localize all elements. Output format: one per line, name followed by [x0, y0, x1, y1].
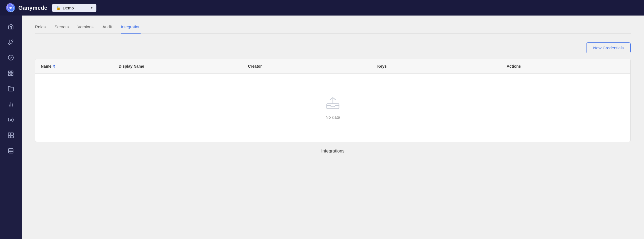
col-creator: Creator	[243, 59, 372, 73]
main-content: Roles Secrets Versions Audit Integration…	[22, 16, 644, 239]
logo-text: Ganymede	[18, 5, 48, 11]
sidebar-item-tool[interactable]	[4, 113, 18, 126]
tabs-bar: Roles Secrets Versions Audit Integration	[35, 24, 631, 34]
sort-icon[interactable]	[53, 65, 55, 68]
tab-roles[interactable]: Roles	[35, 24, 46, 34]
svg-rect-15	[8, 133, 11, 135]
tab-audit[interactable]: Audit	[103, 24, 112, 34]
svg-rect-9	[11, 74, 13, 75]
tab-integration[interactable]: Integration	[121, 24, 141, 34]
sidebar	[0, 16, 22, 239]
main-layout: Roles Secrets Versions Audit Integration…	[0, 16, 644, 239]
svg-point-14	[10, 119, 12, 121]
svg-rect-17	[8, 136, 11, 138]
env-selector[interactable]: 🔒 Demo ▾	[52, 4, 96, 12]
new-credentials-button[interactable]: New Credentials	[586, 42, 631, 53]
svg-rect-23	[327, 104, 339, 109]
no-data-icon	[326, 96, 340, 110]
tab-versions[interactable]: Versions	[78, 24, 94, 34]
sidebar-item-home[interactable]	[4, 20, 18, 33]
integration-table: Name Display Name Creator Keys Actions	[35, 59, 631, 142]
sidebar-item-check[interactable]	[4, 51, 18, 64]
sidebar-item-folder[interactable]	[4, 82, 18, 95]
empty-text: No data	[326, 115, 340, 120]
ganymede-logo	[6, 3, 16, 13]
chevron-down-icon: ▾	[91, 6, 93, 10]
svg-rect-7	[9, 71, 10, 73]
svg-rect-18	[11, 136, 13, 138]
svg-point-2	[9, 7, 12, 9]
col-display-name: Display Name	[113, 59, 243, 73]
bottom-section-label: Integrations	[35, 142, 631, 156]
sidebar-item-apps[interactable]	[4, 129, 18, 142]
topbar: Ganymede 🔒 Demo ▾	[0, 0, 644, 16]
empty-state: No data	[35, 74, 630, 142]
col-keys: Keys	[372, 59, 501, 73]
col-actions: Actions	[501, 59, 631, 73]
svg-rect-19	[9, 149, 13, 153]
tab-secrets[interactable]: Secrets	[54, 24, 69, 34]
table-header: Name Display Name Creator Keys Actions	[35, 59, 630, 74]
env-name: Demo	[63, 6, 74, 10]
lock-icon: 🔒	[56, 6, 61, 10]
sidebar-item-chart[interactable]	[4, 98, 18, 111]
svg-rect-16	[11, 133, 13, 135]
sidebar-item-table2[interactable]	[4, 144, 18, 157]
sidebar-item-branch[interactable]	[4, 35, 18, 49]
col-name[interactable]: Name	[35, 59, 113, 73]
actions-row: New Credentials	[35, 42, 631, 53]
svg-rect-8	[11, 71, 13, 73]
svg-rect-10	[9, 74, 10, 75]
sidebar-item-grid[interactable]	[4, 67, 18, 80]
logo-area: Ganymede	[6, 3, 48, 13]
